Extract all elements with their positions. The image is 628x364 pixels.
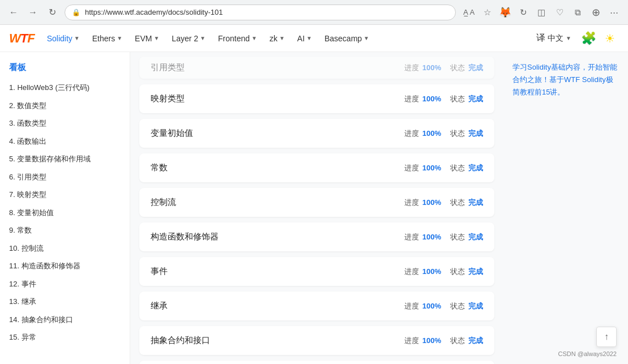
progress-value: 100% <box>422 267 441 276</box>
status-label: 状态 <box>450 232 465 242</box>
bookmark-icon[interactable]: ☆ <box>480 5 494 20</box>
progress-label: 进度 <box>404 63 419 73</box>
sidebar-item-12[interactable]: 12. 事件 <box>0 275 130 293</box>
status-badge: 完成 <box>468 94 483 104</box>
course-title: 控制流 <box>151 197 404 208</box>
chevron-down-icon: ▼ <box>566 35 571 41</box>
sidebar-item-4[interactable]: 4. 函数输出 <box>0 132 130 151</box>
sidebar-item-3[interactable]: 3. 函数类型 <box>0 114 130 132</box>
nav-basecamp[interactable]: Basecamp ▼ <box>320 31 374 46</box>
status-label: 状态 <box>450 94 465 104</box>
sidebar-title: 看板 <box>0 59 130 79</box>
progress-label: 进度 <box>404 301 419 311</box>
status-label: 状态 <box>450 301 465 311</box>
language-button[interactable]: 译 中文 ▼ <box>532 30 576 46</box>
favorites-icon[interactable]: ♡ <box>552 5 567 20</box>
course-card-7[interactable]: 抽象合约和接口 进度 100% 状态 完成 <box>139 326 494 355</box>
add-icon[interactable]: ⊕ <box>588 5 603 20</box>
progress-value: 100% <box>422 95 441 103</box>
course-card-partial[interactable]: 引用类型 进度 100% 状态 完成 <box>139 57 494 79</box>
sidebar-item-1[interactable]: 1. HelloWeb3 (三行代码) <box>0 79 130 97</box>
status-badge: 完成 <box>468 129 483 139</box>
nav-ethers[interactable]: Ethers ▼ <box>88 31 127 46</box>
logo[interactable]: WTF <box>9 31 35 46</box>
progress-value: 100% <box>422 302 441 310</box>
nav-layer2[interactable]: Layer 2 ▼ <box>167 31 210 46</box>
sidebar-item-2[interactable]: 2. 数值类型 <box>0 97 130 115</box>
course-title: 事件 <box>151 266 404 277</box>
progress-label: 进度 <box>404 267 419 277</box>
progress-label: 进度 <box>404 198 419 208</box>
nav-ai[interactable]: AI ▼ <box>293 31 317 46</box>
chevron-down-icon: ▼ <box>306 35 312 41</box>
nav-solidity[interactable]: Solidity ▼ <box>42 31 84 46</box>
sidebar-item-9[interactable]: 9. 常数 <box>0 221 130 239</box>
progress-value: 100% <box>422 198 441 207</box>
nav-zk[interactable]: zk ▼ <box>265 31 289 46</box>
theme-toggle-button[interactable]: ☀ <box>601 29 619 48</box>
sidebar-item-7[interactable]: 7. 映射类型 <box>0 186 130 204</box>
forward-button[interactable]: → <box>26 6 40 19</box>
course-card-4[interactable]: 构造函数和修饰器 进度 100% 状态 完成 <box>139 222 494 251</box>
course-title: 映射类型 <box>151 93 404 104</box>
course-title: 构造函数和修饰器 <box>151 232 404 242</box>
progress-value: 100% <box>422 233 441 241</box>
extension-icon[interactable]: 🦊 <box>498 5 512 20</box>
sidebar-item-14[interactable]: 14. 抽象合约和接口 <box>0 311 130 329</box>
progress-value: 100% <box>422 164 441 172</box>
course-card-1[interactable]: 变量初始值 进度 100% 状态 完成 <box>139 119 494 148</box>
progress-label: 进度 <box>404 94 419 104</box>
nav-evm[interactable]: EVM ▼ <box>130 31 164 46</box>
status-badge: 完成 <box>468 301 483 311</box>
status-label: 状态 <box>450 163 465 173</box>
sidebar-item-10[interactable]: 10. 控制流 <box>0 239 130 258</box>
puzzle-icon[interactable]: 🧩 <box>579 29 597 48</box>
course-title: 抽象合约和接口 <box>151 335 404 346</box>
sidebar-item-6[interactable]: 6. 引用类型 <box>0 168 130 186</box>
progress-value: 100% <box>422 63 441 72</box>
progress-label: 进度 <box>404 129 419 139</box>
progress-label: 进度 <box>404 163 419 173</box>
course-card-2[interactable]: 常数 进度 100% 状态 完成 <box>139 153 494 182</box>
sidebar-item-5[interactable]: 5. 变量数据存储和作用域 <box>0 150 130 168</box>
status-label: 状态 <box>450 336 465 346</box>
refresh-icon[interactable]: ↻ <box>516 5 531 20</box>
browser-bar: ← → ↻ 🔒 https://www.wtf.academy/docs/sol… <box>0 0 628 25</box>
course-card-0[interactable]: 映射类型 进度 100% 状态 完成 <box>139 84 494 113</box>
sidebar-item-8[interactable]: 8. 变量初始值 <box>0 204 130 222</box>
chevron-down-icon: ▼ <box>153 35 159 41</box>
url-text: https://www.wtf.academy/docs/solidity-10… <box>85 8 223 16</box>
split-view-icon[interactable]: ◫ <box>534 5 549 20</box>
collections-icon[interactable]: ⧉ <box>570 5 585 20</box>
browser-actions: A̲ A ☆ 🦊 ↻ ◫ ♡ ⧉ ⊕ ⋯ <box>462 5 621 20</box>
reload-button[interactable]: ↻ <box>45 6 59 19</box>
course-card-8[interactable]: 异常 进度 100% 状态 完成 <box>139 361 494 364</box>
course-title: 常数 <box>151 162 404 173</box>
translate-icon[interactable]: A̲ A <box>462 5 476 20</box>
sidebar-item-11[interactable]: 11. 构造函数和修饰器 <box>0 257 130 275</box>
status-label: 状态 <box>450 129 465 139</box>
course-card-6[interactable]: 继承 进度 100% 状态 完成 <box>139 292 494 320</box>
nav-frontend[interactable]: Frontend ▼ <box>213 31 262 46</box>
sidebar-item-15[interactable]: 15. 异常 <box>0 328 130 346</box>
more-icon[interactable]: ⋯ <box>606 5 621 20</box>
course-title: 继承 <box>151 301 404 311</box>
scroll-to-top-button[interactable]: ↑ <box>596 327 617 347</box>
status-badge: 完成 <box>468 163 483 173</box>
back-button[interactable]: ← <box>7 6 20 19</box>
status-badge: 完成 <box>468 232 483 242</box>
course-card-3[interactable]: 控制流 进度 100% 状态 完成 <box>139 188 494 217</box>
chevron-down-icon: ▼ <box>279 35 285 41</box>
sidebar-item-13[interactable]: 13. 继承 <box>0 293 130 311</box>
status-label: 状态 <box>450 267 465 277</box>
chevron-down-icon: ▼ <box>74 35 80 41</box>
course-title: 变量初始值 <box>151 128 404 139</box>
address-bar[interactable]: 🔒 https://www.wtf.academy/docs/solidity-… <box>65 5 456 20</box>
lock-icon: 🔒 <box>72 8 80 16</box>
progress-label: 进度 <box>404 336 419 346</box>
status-badge: 完成 <box>468 198 483 208</box>
watermark: CSDN @always2022 <box>558 350 617 357</box>
course-card-5[interactable]: 事件 进度 100% 状态 完成 <box>139 257 494 286</box>
app-header: WTF Solidity ▼ Ethers ▼ EVM ▼ Layer 2 ▼ … <box>0 25 628 52</box>
chevron-down-icon: ▼ <box>200 35 206 41</box>
